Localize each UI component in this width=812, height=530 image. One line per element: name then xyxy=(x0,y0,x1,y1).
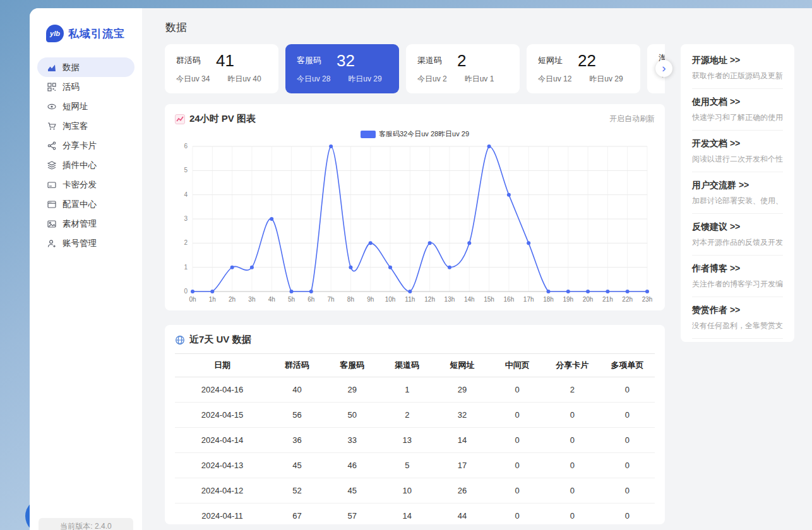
sidebar-item-label: 插件中心 xyxy=(63,160,97,171)
pv-line-chart: 01234560h1h2h3h4h5h6h7h8h9h10h11h12h13h1… xyxy=(175,139,655,308)
table-header-7: 分享卡片 xyxy=(545,354,600,377)
sidebar-item-label: 账号管理 xyxy=(63,238,97,249)
auto-refresh-link[interactable]: 开启自动刷新 xyxy=(609,114,655,124)
stat-card-today-uv: 今日uv 34 xyxy=(176,74,210,85)
svg-text:16h: 16h xyxy=(504,296,515,303)
sidebar-item-label: 活码 xyxy=(63,81,80,93)
sidebar-item-2[interactable]: 活码 xyxy=(37,77,134,97)
legend-label: 客服码32今日uv 28昨日uv 29 xyxy=(379,129,469,139)
help-link-title: 开源地址 >> xyxy=(692,55,783,66)
svg-text:20h: 20h xyxy=(583,296,594,303)
stat-card-today-uv: 今日uv 2 xyxy=(417,74,447,85)
table-row: 2024-04-1436331314000 xyxy=(175,428,655,453)
sidebar: ylb 私域引流宝 数据活码短网址淘宝客分享卡片插件中心卡密分发配置中心素材管理… xyxy=(30,8,142,530)
material-icon xyxy=(47,220,56,228)
svg-text:10h: 10h xyxy=(385,296,396,303)
line-chart-icon xyxy=(175,114,185,124)
help-link-6[interactable]: 作者博客 >>关注作者的博客学习开发编程... xyxy=(692,256,783,297)
table-cell: 52 xyxy=(270,478,325,504)
table-cell: 36 xyxy=(270,428,325,453)
stat-card-today-uv: 今日uv 28 xyxy=(297,74,330,85)
cards-next-chevron-icon[interactable]: › xyxy=(655,60,672,77)
stat-card-4[interactable]: 短网址22今日uv 12昨日uv 29 xyxy=(527,44,640,93)
table-cell: 14 xyxy=(434,428,489,453)
help-link-1[interactable]: 开源地址 >>获取作者的正版源码及更新动... xyxy=(692,47,783,89)
svg-text:4h: 4h xyxy=(268,296,275,303)
table-row: 2024-04-164029129020 xyxy=(175,377,655,403)
table-cell: 29 xyxy=(434,377,489,403)
sidebar-item-5[interactable]: 分享卡片 xyxy=(37,136,134,155)
help-link-title: 使用文档 >> xyxy=(692,97,783,108)
main-content: 数据 群活码41今日uv 34昨日uv 40客服码32今日uv 28昨日uv 2… xyxy=(142,8,812,530)
stat-card-1[interactable]: 群活码41今日uv 34昨日uv 40 xyxy=(165,44,278,93)
legend-swatch xyxy=(361,131,376,138)
help-link-4[interactable]: 用户交流群 >>加群讨论部署安装、使用、开... xyxy=(692,172,783,214)
uv-data-table: 日期群活码客服码渠道码短网址中间页分享卡片多项单页 2024-04-164029… xyxy=(175,353,655,524)
sidebar-item-label: 短网址 xyxy=(63,101,88,112)
stat-card-3[interactable]: 渠道码2今日uv 2昨日uv 1 xyxy=(406,44,520,93)
sidebar-item-10[interactable]: 账号管理 xyxy=(37,233,134,253)
table-row: 2024-04-1167571444000 xyxy=(175,504,655,525)
help-link-3[interactable]: 开发文档 >>阅读以进行二次开发和个性化... xyxy=(692,131,783,172)
table-cell: 26 xyxy=(434,478,489,504)
sidebar-item-8[interactable]: 配置中心 xyxy=(37,194,134,214)
sidebar-item-3[interactable]: 短网址 xyxy=(37,97,134,116)
svg-text:11h: 11h xyxy=(405,296,415,303)
config-icon xyxy=(47,200,56,209)
table-header-5: 短网址 xyxy=(434,354,489,377)
stat-card-yesterday-uv: 昨日uv 29 xyxy=(589,74,623,85)
sidebar-item-7[interactable]: 卡密分发 xyxy=(37,175,134,194)
help-link-2[interactable]: 使用文档 >>快速学习和了解正确的使用姿... xyxy=(692,89,783,131)
table-cell: 33 xyxy=(325,428,379,453)
stat-card-label: 群活码 xyxy=(176,55,201,66)
sidebar-item-9[interactable]: 素材管理 xyxy=(37,214,134,233)
chart-legend[interactable]: 客服码32今日uv 28昨日uv 29 xyxy=(175,129,655,139)
pv-chart-title: 24小时 PV 图表 xyxy=(189,113,256,125)
data-chart-icon xyxy=(47,63,56,72)
sidebar-item-label: 淘宝客 xyxy=(63,121,88,132)
uv-table-title: 近7天 UV 数据 xyxy=(189,334,251,346)
sidebar-item-1[interactable]: 数据 xyxy=(37,57,134,77)
svg-text:5: 5 xyxy=(184,167,188,174)
help-link-5[interactable]: 反馈建议 >>对本开源作品的反馈及开发建... xyxy=(692,214,783,256)
svg-text:5h: 5h xyxy=(288,296,295,303)
table-cell: 0 xyxy=(490,428,545,453)
qrcode-icon xyxy=(47,83,56,91)
help-link-7[interactable]: 赞赏作者 >>没有任何盈利，全靠赞赏支持... xyxy=(692,297,783,339)
svg-text:18h: 18h xyxy=(543,296,554,303)
table-cell: 0 xyxy=(600,377,655,403)
table-cell: 0 xyxy=(545,478,600,504)
table-cell: 2 xyxy=(379,403,434,428)
pv-chart-card: 24小时 PV 图表 开启自动刷新 客服码32今日uv 28昨日uv 29 01… xyxy=(165,104,665,310)
help-link-desc: 阅读以进行二次开发和个性化... xyxy=(692,154,783,165)
stat-card-yesterday-uv: 昨日uv 40 xyxy=(227,74,261,85)
svg-text:3: 3 xyxy=(184,215,188,222)
help-links-panel: 开源地址 >>获取作者的正版源码及更新动...使用文档 >>快速学习和了解正确的… xyxy=(681,44,794,342)
app-window: ylb 私域引流宝 数据活码短网址淘宝客分享卡片插件中心卡密分发配置中心素材管理… xyxy=(30,8,812,530)
table-cell: 0 xyxy=(600,453,655,478)
table-cell: 0 xyxy=(600,428,655,453)
svg-text:2h: 2h xyxy=(229,296,236,303)
table-cell: 14 xyxy=(379,504,434,525)
table-cell: 57 xyxy=(325,504,379,525)
svg-text:3h: 3h xyxy=(248,296,255,303)
help-link-desc: 没有任何盈利，全靠赞赏支持... xyxy=(692,321,783,331)
svg-text:1h: 1h xyxy=(209,296,216,303)
svg-text:1: 1 xyxy=(184,264,188,271)
help-link-title: 用户交流群 >> xyxy=(692,180,783,191)
table-cell: 0 xyxy=(545,453,600,478)
card-icon xyxy=(47,180,56,189)
sidebar-item-6[interactable]: 插件中心 xyxy=(37,155,134,175)
table-cell: 5 xyxy=(379,453,434,478)
table-cell: 44 xyxy=(434,504,489,525)
svg-text:14h: 14h xyxy=(464,296,475,303)
svg-text:0: 0 xyxy=(184,288,188,295)
table-header-4: 渠道码 xyxy=(379,354,434,377)
sidebar-item-4[interactable]: 淘宝客 xyxy=(37,116,134,136)
uv-table-card: 近7天 UV 数据 日期群活码客服码渠道码短网址中间页分享卡片多项单页 2024… xyxy=(165,325,665,524)
stat-card-value: 22 xyxy=(578,52,596,69)
stat-card-2[interactable]: 客服码32今日uv 28昨日uv 29 xyxy=(285,44,399,93)
table-cell: 0 xyxy=(545,403,600,428)
share-icon xyxy=(47,141,56,150)
svg-text:0h: 0h xyxy=(189,296,196,303)
